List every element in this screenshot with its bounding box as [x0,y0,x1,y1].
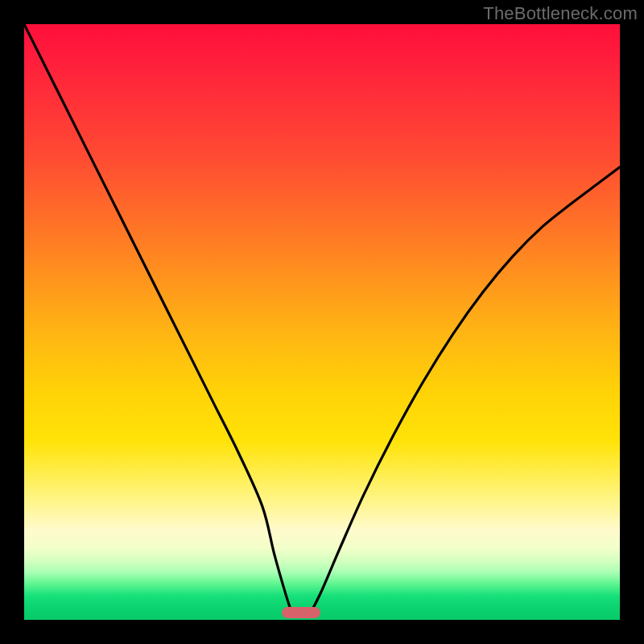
plot-area [24,24,620,620]
curves-svg [24,24,620,620]
left-curve [24,24,292,614]
chart-frame: TheBottleneck.com [0,0,644,644]
watermark-text: TheBottleneck.com [483,3,638,24]
right-curve [310,167,620,614]
vertex-marker [282,607,320,618]
